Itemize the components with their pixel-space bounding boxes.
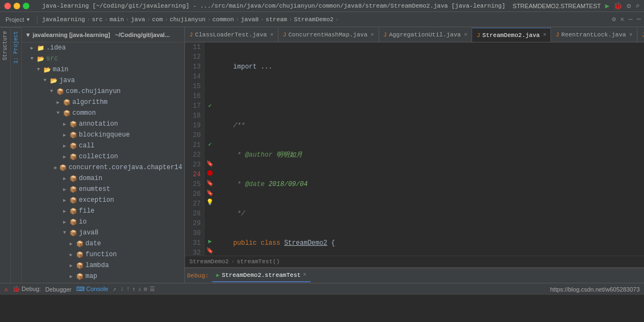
tree-arrow-icon: ▶	[70, 252, 76, 258]
folder-icon: 📦	[76, 251, 84, 258]
tree-item-file[interactable]: ▶ 📦 file	[22, 206, 184, 216]
breadcrumb-item-1[interactable]: src	[92, 16, 103, 23]
tab-concurrenthashmap[interactable]: J ConcurrentHashMap.java ×	[278, 28, 379, 42]
tree-item-java[interactable]: ▼ 📂 java	[22, 75, 184, 86]
tree-item-date[interactable]: ▶ 📦 date	[22, 238, 184, 249]
close-button[interactable]	[4, 3, 11, 9]
breadcrumb-sep: ›	[147, 16, 151, 23]
tree-item-enumtest[interactable]: ▶ 📦 enumtest	[22, 184, 184, 195]
bottom-tab-streamtest[interactable]: ▶ StreamDemo2.streamTest ×	[212, 269, 311, 282]
gutter-bulb-icon: 💡	[205, 197, 215, 207]
tab-classloadertest[interactable]: J ClassLoaderTest.java ×	[185, 28, 278, 42]
breadcrumb-sep: ›	[236, 16, 239, 23]
breadcrumb-item-9[interactable]: StreamDemo2	[294, 16, 334, 23]
traffic-lights	[4, 3, 29, 9]
breadcrumb-bottom-right[interactable]: streamTest()	[237, 258, 280, 265]
tree-item-optional[interactable]: ▶ 📦 optional	[22, 282, 184, 283]
tab-close-icon[interactable]: ×	[464, 32, 467, 38]
settings-icon[interactable]: ⚙	[627, 2, 631, 10]
tree-item-lambda[interactable]: ▶ 📦 lambda	[22, 260, 184, 271]
tree-label: algorithm	[72, 98, 108, 106]
console-external-icon[interactable]: ↗	[113, 286, 116, 293]
tree-item-function[interactable]: ▶ 📦 function	[22, 249, 184, 260]
tree-item-concurrent[interactable]: ▶ 📦 concurrent.corejava.chapter14	[22, 162, 184, 173]
tree-item-call[interactable]: ▶ 📦 call	[22, 140, 184, 151]
tree-item-algorithm[interactable]: ▶ 📦 algorithm	[22, 97, 184, 108]
debugger-button[interactable]: Debugger	[45, 286, 71, 293]
run-config-label: STREAMDEMO2.STREAMTEST	[513, 3, 601, 9]
tree-item-main[interactable]: ▼ 📂 main	[22, 64, 184, 75]
console-button[interactable]: ⌨ Console	[76, 286, 108, 293]
tree-item-src[interactable]: ▼ 📂 src	[22, 53, 184, 64]
maximize-button[interactable]	[23, 3, 29, 9]
tab-close-icon[interactable]: ×	[543, 32, 546, 38]
breadcrumb-item-5[interactable]: chujianyun	[170, 16, 206, 23]
gutter-breakpoint[interactable]	[205, 169, 215, 178]
folder-icon: 📦	[63, 99, 71, 106]
tree-arrow-icon: ▶	[63, 143, 70, 149]
more-toolbar-icon[interactable]: ⋯	[637, 15, 641, 23]
project-label: Project	[5, 16, 24, 23]
tab-aggregationutil[interactable]: J AggregationUtil.java ×	[379, 28, 473, 42]
tree-item-common[interactable]: ▼ 📦 common	[22, 108, 184, 119]
bottom-tabs-bar: Debug: ▶ StreamDemo2.streamTest ×	[185, 268, 644, 283]
tree-item-com-chujianyun[interactable]: ▼ 📦 com.chujianyun	[22, 86, 184, 97]
code-content[interactable]: import ... /** * @author 明明如月 * @date 20…	[215, 42, 644, 256]
breadcrumb-sep: ›	[261, 16, 264, 23]
tab-abstractqueued[interactable]: J AbstractQueuedSynchronizer.java ×	[637, 28, 644, 42]
nav-first-icon[interactable]: ⇑	[132, 286, 136, 293]
breadcrumb-item-8[interactable]: stream	[265, 16, 287, 23]
tree-item-idea[interactable]: ▶ 📁 .idea	[22, 42, 184, 53]
project-tab-label[interactable]: 1: Project	[11, 27, 21, 67]
tree-arrow-icon: ▶	[63, 187, 70, 193]
nav-up-icon[interactable]: ↑	[126, 286, 130, 293]
breadcrumb-item-6[interactable]: common	[213, 16, 234, 23]
project-dropdown[interactable]: Project ▼	[3, 15, 33, 24]
tree-item-java8[interactable]: ▼ 📦 java8	[22, 227, 184, 238]
tree-arrow-icon: ▶	[30, 45, 37, 51]
tab-streamdemo2[interactable]: J StreamDemo2.java ×	[472, 28, 551, 42]
tree-arrow-icon: ▶	[63, 219, 70, 225]
tab-close-icon[interactable]: ×	[371, 32, 374, 38]
folder-icon: 📦	[70, 219, 77, 226]
search-icon[interactable]: ⌕	[635, 2, 640, 10]
folder-icon: 📦	[76, 240, 84, 247]
minimize-button[interactable]	[14, 3, 20, 9]
code-editor[interactable]: 11 12 13 14 15 16 17 18 19 20 21 22 23 2…	[185, 42, 644, 256]
tab-label: ReentrantLock.java	[561, 32, 626, 38]
debug-button[interactable]: 🐞	[614, 2, 622, 10]
tree-item-domain[interactable]: ▶ 📦 domain	[22, 173, 184, 184]
folder-icon: 📦	[70, 197, 77, 204]
error-icon: ⚠	[4, 286, 8, 293]
layout-icon[interactable]: ☰	[150, 286, 155, 293]
tab-close-icon[interactable]: ×	[270, 32, 274, 38]
tree-item-exception[interactable]: ▶ 📦 exception	[22, 195, 184, 206]
nav-down-icon[interactable]: ↓	[121, 286, 125, 293]
breadcrumb-item-0[interactable]: javalearning	[42, 16, 85, 23]
breadcrumb-item-4[interactable]: com	[152, 16, 163, 23]
tree-item-annotation[interactable]: ▶ 📦 annotation	[22, 119, 184, 129]
nav-last-icon[interactable]: ⇓	[138, 286, 141, 293]
collapse-toolbar-icon[interactable]: —	[629, 16, 633, 23]
tree-item-collection[interactable]: ▶ 📦 collection	[22, 151, 184, 162]
tab-reentrantlock[interactable]: J ReentrantLock.java ×	[551, 28, 637, 42]
tree-item-map[interactable]: ▶ 📦 map	[22, 271, 184, 282]
breadcrumb-bottom-left[interactable]: StreamDemo2	[189, 258, 229, 265]
tree-item-blockingqueue[interactable]: ▶ 📦 blockingqueue	[22, 129, 184, 140]
tab-close-icon[interactable]: ×	[629, 32, 633, 38]
breadcrumb-item-7[interactable]: java8	[241, 16, 259, 23]
settings-toolbar-icon[interactable]: ⚙	[612, 15, 616, 23]
breadcrumb-item-2[interactable]: main	[109, 16, 123, 23]
tree-item-io[interactable]: ▶ 📦 io	[22, 216, 184, 227]
bottom-tab-close-icon[interactable]: ×	[303, 272, 306, 278]
gutter-warn-icon: 🔖	[205, 159, 215, 169]
folder-icon: 📦	[70, 132, 77, 139]
gutter-run-icon[interactable]: ▶	[205, 236, 215, 246]
folder-icon: 📦	[59, 164, 67, 171]
close-toolbar-icon[interactable]: ✕	[620, 15, 624, 23]
settings-console-icon[interactable]: ⚙	[144, 286, 147, 293]
structure-tab[interactable]: Structure	[1, 27, 10, 64]
breadcrumb-item-3[interactable]: java	[131, 16, 145, 23]
run-button[interactable]: ▶	[605, 2, 610, 10]
java-tab-icon: J	[642, 32, 644, 38]
